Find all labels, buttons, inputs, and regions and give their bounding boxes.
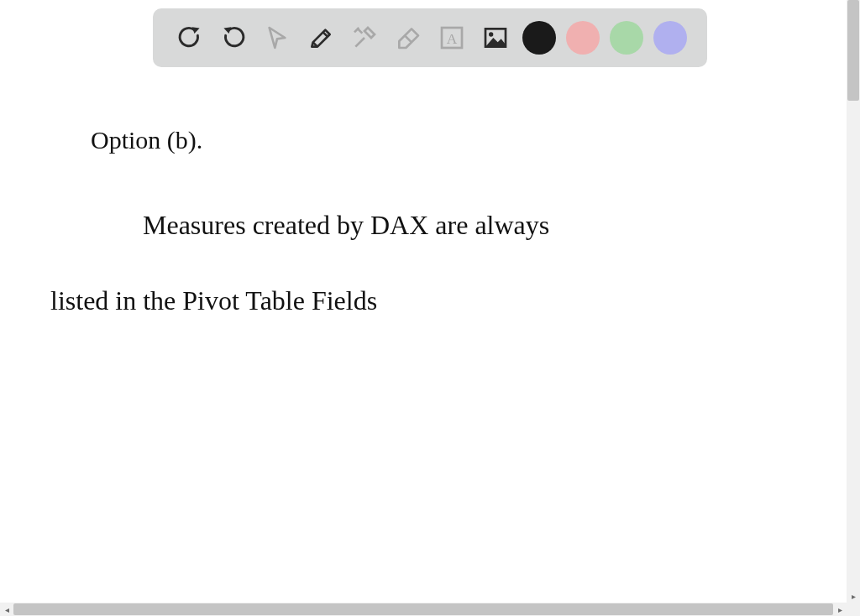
drawing-toolbar: A <box>153 8 707 67</box>
eraser-icon <box>395 24 422 51</box>
image-icon <box>482 24 509 51</box>
tools-icon <box>351 24 378 51</box>
undo-button[interactable] <box>173 21 207 55</box>
svg-point-3 <box>489 32 493 36</box>
redo-icon <box>220 24 247 51</box>
scroll-corner <box>847 603 860 616</box>
eraser-tool-button[interactable] <box>391 21 425 55</box>
text-icon: A <box>438 24 465 51</box>
color-black-button[interactable] <box>522 21 556 55</box>
color-purple-button[interactable] <box>653 21 687 55</box>
image-tool-button[interactable] <box>479 21 512 55</box>
svg-text:A: A <box>447 31 458 47</box>
handwritten-text-line-3: listed in the Pivot Table Fields <box>50 285 377 316</box>
vertical-scrollbar-thumb[interactable] <box>847 0 859 101</box>
vertical-scrollbar[interactable]: ▸ <box>847 0 860 603</box>
horizontal-scrollbar[interactable]: ◂ ▸ <box>0 603 847 616</box>
horizontal-scrollbar-thumb[interactable] <box>13 603 833 615</box>
scroll-left-arrow-icon[interactable]: ◂ <box>0 603 13 616</box>
select-tool-button[interactable] <box>260 21 294 55</box>
handwritten-text-line-2: Measures created by DAX are always <box>143 210 549 241</box>
handwritten-text-line-1: Option (b). <box>91 126 202 154</box>
text-tool-button[interactable]: A <box>435 21 469 55</box>
pencil-icon <box>307 24 334 51</box>
color-pink-button[interactable] <box>566 21 600 55</box>
scroll-right-arrow-icon[interactable]: ▸ <box>833 603 847 616</box>
pencil-tool-button[interactable] <box>304 21 338 55</box>
scroll-down-arrow-icon[interactable]: ▸ <box>847 589 860 603</box>
color-green-button[interactable] <box>610 21 643 55</box>
canvas-viewport[interactable]: A Option (b). Measures created by DAX ar… <box>0 0 847 603</box>
tools-button[interactable] <box>348 21 381 55</box>
cursor-icon <box>264 24 291 51</box>
redo-button[interactable] <box>217 21 250 55</box>
undo-icon <box>176 24 203 51</box>
